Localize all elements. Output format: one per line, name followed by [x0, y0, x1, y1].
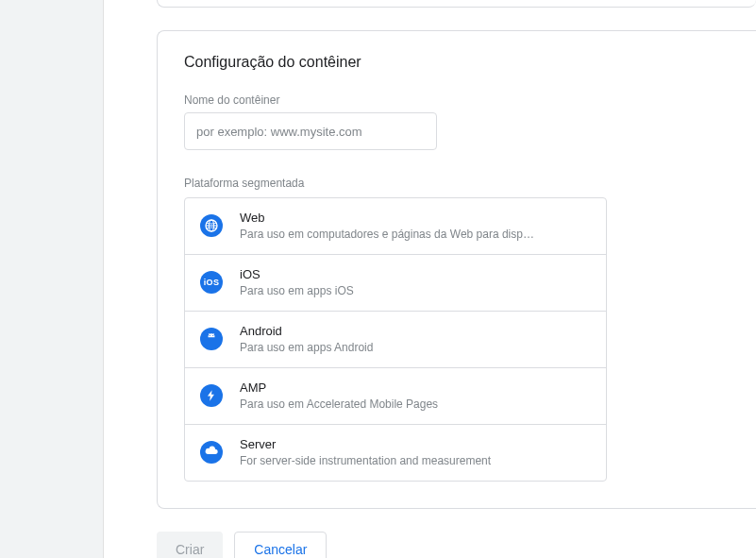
platform-option-web[interactable]: Web Para uso em computadores e páginas d…: [185, 198, 606, 255]
globe-icon: [200, 214, 223, 237]
main-content: Configuração do contêiner Nome do contêi…: [104, 0, 756, 558]
platform-desc: Para uso em computadores e páginas da We…: [240, 227, 591, 243]
platform-option-amp[interactable]: AMP Para uso em Accelerated Mobile Pages: [185, 368, 606, 425]
svg-line-5: [209, 334, 210, 335]
platform-desc: Para uso em apps iOS: [240, 283, 591, 299]
container-name-label: Nome do contêiner: [184, 93, 730, 107]
platform-text: Web Para uso em computadores e páginas d…: [240, 210, 591, 243]
platform-desc: For server-side instrumentation and meas…: [240, 453, 591, 469]
svg-point-4: [212, 335, 213, 336]
platform-list: Web Para uso em computadores e páginas d…: [184, 197, 607, 482]
container-config-card: Configuração do contêiner Nome do contêi…: [157, 30, 756, 509]
platform-option-server[interactable]: Server For server-side instrumentation a…: [185, 425, 606, 481]
cloud-icon: [200, 441, 223, 464]
container-name-input[interactable]: [184, 112, 437, 150]
platform-option-android[interactable]: Android Para uso em apps Android: [185, 312, 606, 368]
platform-desc: Para uso em Accelerated Mobile Pages: [240, 397, 591, 413]
platform-label: Plataforma segmentada: [184, 177, 730, 190]
svg-point-3: [210, 335, 210, 336]
platform-text: Android Para uso em apps Android: [240, 323, 591, 356]
cancel-button[interactable]: Cancelar: [234, 532, 327, 558]
platform-name: Server: [240, 436, 591, 453]
platform-option-ios[interactable]: iOS iOS Para uso em apps iOS: [185, 255, 606, 312]
platform-name: iOS: [240, 266, 591, 283]
previous-card-edge: [157, 0, 756, 8]
ios-icon: iOS: [200, 271, 223, 294]
card-title: Configuração do contêiner: [184, 54, 730, 71]
platform-name: Android: [240, 323, 591, 340]
platform-text: AMP Para uso em Accelerated Mobile Pages: [240, 380, 591, 413]
create-button[interactable]: Criar: [157, 532, 223, 558]
platform-name: AMP: [240, 380, 591, 397]
left-rail: [0, 0, 104, 558]
bolt-icon: [200, 384, 223, 407]
platform-text: Server For server-side instrumentation a…: [240, 436, 591, 469]
platform-text: iOS Para uso em apps iOS: [240, 266, 591, 299]
svg-line-6: [213, 334, 214, 335]
button-row: Criar Cancelar: [157, 532, 756, 558]
platform-desc: Para uso em apps Android: [240, 340, 591, 356]
platform-name: Web: [240, 210, 591, 227]
android-icon: [200, 328, 223, 350]
